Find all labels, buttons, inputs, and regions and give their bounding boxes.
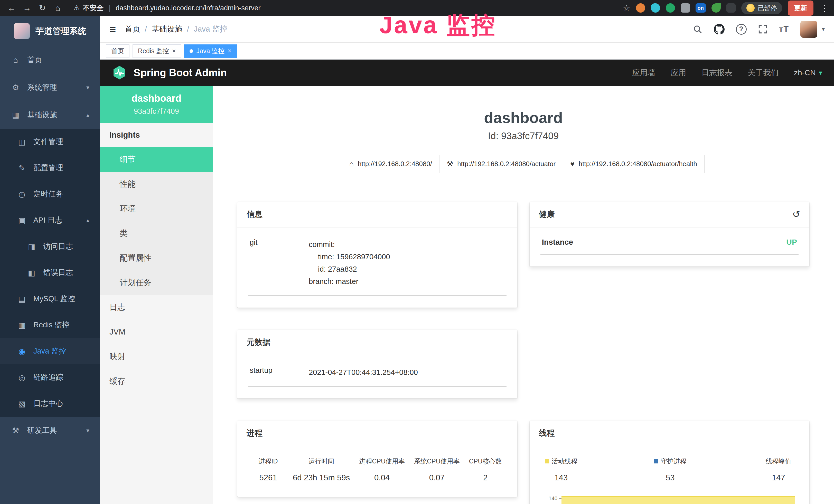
sba-nav-wallboard[interactable]: 应用墙 — [632, 68, 655, 78]
health-card-title: 健康 — [539, 209, 555, 220]
health-url-link[interactable]: ♥ http://192.168.0.2:48080/actuator/heal… — [563, 155, 705, 173]
browser-menu-icon[interactable]: ⋮ — [820, 3, 829, 13]
sba-menu-mappings[interactable]: 映射 — [100, 344, 213, 369]
instance-health-row[interactable]: Instance UP — [541, 237, 799, 255]
sba-menu-classes[interactable]: 类 — [100, 221, 213, 246]
locale-select[interactable]: zh-CN ▾ — [794, 68, 822, 77]
sidebar-item-access-logs[interactable]: ◨ 访问日志 — [0, 233, 100, 259]
sba-nav-journal[interactable]: 日志报表 — [701, 68, 732, 78]
sidebar-item-dev-tools[interactable]: ⚒ 研发工具 ▾ — [0, 417, 100, 444]
close-tab-icon[interactable]: × — [227, 47, 232, 55]
security-warning-icon[interactable]: ⚠ — [73, 4, 80, 12]
link-url: http://192.168.0.2:48080/actuator/health — [579, 160, 697, 168]
sidebar-item-label: 系统管理 — [27, 83, 57, 93]
service-url-link[interactable]: ⌂ http://192.168.0.2:48080/ — [342, 155, 439, 173]
sba-menu-metrics[interactable]: 性能 — [100, 172, 213, 197]
tab-java-monitor[interactable]: Java 监控 × — [184, 44, 237, 58]
sba-header: Spring Boot Admin 应用墙 应用 日志报表 关于我们 zh-CN… — [100, 60, 834, 86]
sidebar-item-file-management[interactable]: ◫ 文件管理 — [0, 129, 100, 155]
fullscreen-icon[interactable] — [758, 24, 768, 34]
startup-label: startup — [250, 366, 309, 374]
sba-menu-details[interactable]: 细节 — [100, 147, 213, 172]
browser-home-icon[interactable]: ⌂ — [51, 2, 64, 15]
breadcrumb-current: Java 监控 — [182, 24, 227, 35]
app-logo-row[interactable]: 芋道管理系统 — [0, 16, 100, 46]
daemon-threads-swatch — [654, 459, 658, 463]
sidebar-item-redis-monitor[interactable]: ▥ Redis 监控 — [0, 312, 100, 338]
metadata-card-title: 元数据 — [237, 330, 517, 356]
instance-label: Instance — [542, 238, 573, 247]
extension-on-badge[interactable]: on — [696, 3, 706, 13]
sba-nav-applications[interactable]: 应用 — [671, 68, 686, 78]
sidebar-item-trace[interactable]: ◎ 链路追踪 — [0, 364, 100, 391]
git-id-line: id: 27aa832 — [309, 263, 390, 275]
sba-menu-logfile[interactable]: 日志 — [100, 295, 213, 320]
infrastructure-icon: ▦ — [11, 110, 21, 119]
avatar[interactable] — [800, 21, 817, 38]
sidebar-collapse-icon[interactable]: ≡ — [109, 23, 116, 36]
sidebar-item-log-center[interactable]: ▧ 日志中心 — [0, 391, 100, 417]
sba-menu-scheduled-tasks[interactable]: 计划任务 — [100, 270, 213, 295]
instance-header[interactable]: dashboard 93a3fc7f7409 — [100, 86, 213, 123]
metric-system-cpu: 系统CPU使用率 0.07 — [414, 457, 460, 482]
emoji-face-icon — [746, 4, 755, 12]
sidebar-menu: ⌂ 首页 ⚙ 系统管理 ▾ ▦ 基础设施 ▴ ◫ 文件管理 — [0, 46, 100, 504]
sidebar-item-mysql-monitor[interactable]: ▤ MySQL 监控 — [0, 286, 100, 312]
recorder-paused-badge[interactable]: 已暂停 — [741, 2, 782, 15]
breadcrumb-infrastructure[interactable]: 基础设施 — [140, 24, 182, 35]
spring-boot-admin-frame: Spring Boot Admin 应用墙 应用 日志报表 关于我们 zh-CN… — [100, 60, 834, 504]
forward-icon[interactable]: → — [21, 2, 34, 15]
sba-menu-jvm[interactable]: JVM — [100, 320, 213, 344]
url-text[interactable]: dashboard.yudao.iocoder.cn/infra/admin-s… — [115, 4, 260, 12]
extension-icon-1[interactable] — [636, 3, 645, 13]
sidebar-item-java-monitor[interactable]: ◉ Java 监控 — [0, 338, 100, 364]
actuator-url-link[interactable]: ⚒ http://192.168.0.2:48080/actuator — [439, 155, 563, 173]
sba-menu-caches[interactable]: 缓存 — [100, 369, 213, 394]
extension-icon-4[interactable] — [681, 3, 690, 13]
metric-value: 6d 23h 15m 59s — [293, 473, 350, 482]
threads-card-title: 线程 — [530, 420, 810, 446]
sba-sidebar: dashboard 93a3fc7f7409 Insights 细节 性能 环境… — [100, 86, 213, 504]
home-icon: ⌂ — [11, 56, 21, 65]
url-divider: | — [109, 4, 110, 12]
tab-home[interactable]: 首页 — [106, 44, 129, 58]
help-icon[interactable]: ? — [736, 24, 747, 35]
extension-icon-3[interactable] — [666, 3, 675, 13]
github-icon[interactable] — [714, 24, 725, 35]
sidebar-item-infrastructure[interactable]: ▦ 基础设施 ▴ — [0, 101, 100, 129]
sidebar-item-scheduled-jobs[interactable]: ◷ 定时任务 — [0, 181, 100, 207]
avatar-caret-icon[interactable]: ▾ — [822, 26, 825, 32]
font-size-icon[interactable]: тT — [779, 24, 789, 34]
active-threads-area — [562, 496, 795, 504]
tab-label: Java 监控 — [196, 47, 224, 55]
spring-boot-admin-logo[interactable] — [112, 65, 127, 80]
address-bar[interactable]: ⚠ 不安全 | dashboard.yudao.iocoder.cn/infra… — [73, 3, 261, 13]
history-icon[interactable]: ↺ — [792, 209, 800, 220]
sidebar-item-label: 日志中心 — [34, 398, 63, 409]
extension-icon-2[interactable] — [651, 3, 660, 13]
sidebar-item-system-management[interactable]: ⚙ 系统管理 ▾ — [0, 74, 100, 101]
metric-uptime: 运行时间 6d 23h 15m 59s — [293, 457, 350, 482]
sidebar-item-error-logs[interactable]: ◧ 错误日志 — [0, 259, 100, 286]
bookmark-star-icon[interactable]: ☆ — [623, 3, 630, 13]
extension-icon-6[interactable] — [711, 3, 721, 13]
close-tab-icon[interactable]: × — [172, 47, 176, 55]
extension-icon-7[interactable] — [726, 3, 736, 13]
update-button[interactable]: 更新 — [788, 1, 813, 16]
breadcrumb-home[interactable]: 首页 — [125, 24, 140, 35]
sba-nav-about[interactable]: 关于我们 — [748, 68, 778, 78]
sidebar-item-label: Redis 监控 — [34, 320, 69, 330]
sidebar-item-config-management[interactable]: ✎ 配置管理 — [0, 155, 100, 181]
tab-redis-monitor[interactable]: Redis 监控 × — [133, 44, 181, 58]
sidebar-item-api-logs[interactable]: ▣ API 日志 ▴ — [0, 207, 100, 233]
search-icon[interactable] — [693, 24, 702, 34]
sba-brand-title[interactable]: Spring Boot Admin — [134, 67, 227, 78]
metric-value: 2 — [469, 473, 502, 482]
sidebar-item-home[interactable]: ⌂ 首页 — [0, 46, 100, 74]
sba-menu-config-props[interactable]: 配置属性 — [100, 246, 213, 270]
sba-menu-environment[interactable]: 环境 — [100, 197, 213, 221]
info-card: 信息 git commit: time: 1596289704000 id: 2… — [237, 202, 517, 307]
page-instance-id: Id: 93a3fc7f7409 — [237, 131, 809, 141]
reload-icon[interactable]: ↻ — [36, 2, 49, 15]
back-icon[interactable]: ← — [5, 2, 18, 15]
